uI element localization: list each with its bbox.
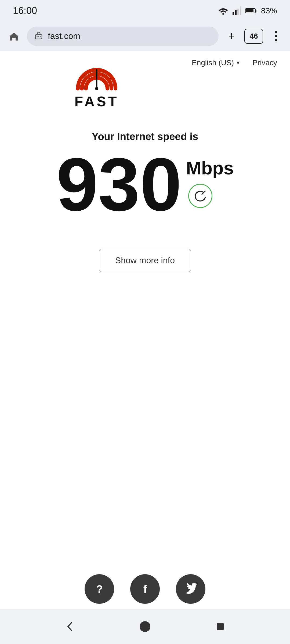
add-tab-button[interactable]: + <box>224 29 239 44</box>
url-security-icon <box>34 31 43 41</box>
question-mark-icon: ? <box>92 582 107 597</box>
facebook-button[interactable]: f <box>130 574 160 604</box>
home-nav-button[interactable] <box>134 616 156 637</box>
url-bar[interactable]: fast.com <box>27 27 219 46</box>
svg-text:f: f <box>143 583 147 595</box>
svg-text:?: ? <box>96 583 103 595</box>
speed-section: Your Internet speed is 930 Mbps <box>0 131 290 222</box>
fast-logo-text: FAST <box>75 93 119 109</box>
refresh-icon <box>193 189 207 203</box>
bottom-social-icons: ? f <box>0 574 290 604</box>
speed-number: 930 <box>56 147 182 222</box>
svg-rect-6 <box>255 10 256 12</box>
speed-label: Your Internet speed is <box>92 131 198 142</box>
show-more-wrapper: Show more info <box>0 222 290 272</box>
svg-point-10 <box>37 36 38 37</box>
browser-bar: fast.com + 46 <box>0 21 290 51</box>
svg-rect-18 <box>217 623 224 630</box>
svg-point-11 <box>38 36 39 37</box>
refresh-button[interactable] <box>188 184 212 208</box>
fast-logo-area: FAST <box>0 64 290 109</box>
status-bar: 16:00 83% <box>0 0 290 21</box>
battery-percent: 83% <box>261 6 277 15</box>
svg-point-14 <box>95 87 98 90</box>
speed-display: 930 Mbps <box>56 147 234 222</box>
home-button[interactable] <box>6 29 21 44</box>
back-button[interactable] <box>59 616 81 637</box>
status-time: 16:00 <box>13 5 37 16</box>
svg-point-17 <box>140 621 150 632</box>
wifi-icon <box>218 7 228 15</box>
tabs-count-button[interactable]: 46 <box>244 29 263 44</box>
speed-unit-area: Mbps <box>186 158 234 208</box>
page-content: English (US) ▾ Privacy FAST Your Interne… <box>0 51 290 644</box>
status-icons: 83% <box>218 6 277 15</box>
speed-unit: Mbps <box>186 158 234 178</box>
twitter-button[interactable] <box>176 574 205 604</box>
battery-icon <box>245 8 257 14</box>
signal-icon <box>233 6 241 15</box>
svg-rect-3 <box>237 9 239 15</box>
facebook-icon: f <box>138 582 153 597</box>
url-text: fast.com <box>48 31 80 41</box>
svg-rect-2 <box>235 10 237 15</box>
svg-rect-1 <box>233 12 234 15</box>
android-nav-bar <box>0 609 290 644</box>
recents-button[interactable] <box>209 616 231 637</box>
help-button[interactable]: ? <box>85 574 114 604</box>
svg-rect-4 <box>240 6 241 15</box>
fast-speedometer-icon <box>73 64 121 97</box>
svg-point-12 <box>40 36 41 37</box>
show-more-button[interactable]: Show more info <box>99 249 191 272</box>
browser-menu-button[interactable] <box>269 29 284 44</box>
fast-logo: FAST <box>70 64 124 109</box>
svg-point-0 <box>222 13 224 15</box>
twitter-icon <box>183 582 198 597</box>
svg-rect-7 <box>246 9 253 12</box>
